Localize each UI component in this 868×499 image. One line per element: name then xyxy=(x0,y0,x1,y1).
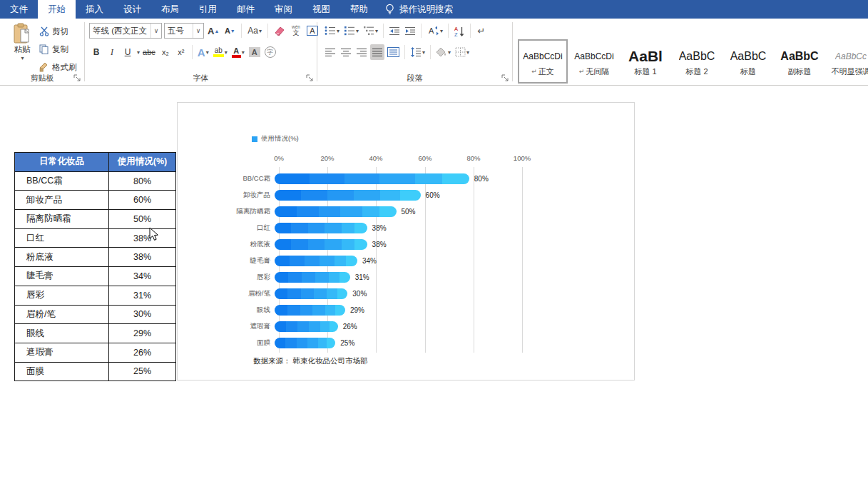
tab-file[interactable]: 文件 xyxy=(0,0,38,19)
bar[interactable] xyxy=(275,338,335,348)
grow-font-button[interactable]: A▲ xyxy=(206,23,220,39)
bar[interactable] xyxy=(275,206,397,217)
paste-dropdown-arrow[interactable]: ▾ xyxy=(21,55,24,61)
font-color-button[interactable]: A ▾ xyxy=(230,44,246,60)
tab-review[interactable]: 审阅 xyxy=(265,0,302,19)
font-size-combobox[interactable]: 五号 ∨ xyxy=(164,23,204,39)
cell-usage[interactable]: 26% xyxy=(109,343,176,362)
align-right-button[interactable] xyxy=(354,44,369,60)
tab-view[interactable]: 视图 xyxy=(302,0,340,19)
borders-button[interactable]: ▾ xyxy=(454,44,471,60)
highlight-button[interactable]: ab ▾ xyxy=(212,44,229,60)
underline-dropdown-arrow[interactable]: ▾ xyxy=(137,49,140,56)
enclose-characters-button[interactable]: 字 xyxy=(263,44,277,60)
show-hide-marks-button[interactable]: ↵ xyxy=(474,23,489,39)
cut-button[interactable]: 剪切 xyxy=(39,24,68,39)
style-card-no-spacing[interactable]: AaBbCcDi ↵无间隔 xyxy=(569,39,619,84)
character-shading-button[interactable]: A xyxy=(247,44,262,60)
bar[interactable] xyxy=(275,305,345,316)
table-row[interactable]: 粉底液38% xyxy=(15,248,176,267)
style-card-subtle-emphasis[interactable]: AaBbCc 不明显强调 xyxy=(826,39,868,84)
cell-product[interactable]: 睫毛膏 xyxy=(15,267,109,286)
font-name-combobox[interactable]: 等线 (西文正文 ∨ xyxy=(89,23,162,39)
table-row[interactable]: BB/CC霜80% xyxy=(15,171,176,191)
tab-design[interactable]: 设计 xyxy=(113,0,151,19)
asian-layout-button[interactable]: A ▾ xyxy=(425,23,444,39)
cell-product[interactable]: 卸妆产品 xyxy=(15,191,109,210)
cell-usage[interactable]: 38% xyxy=(109,228,176,248)
tab-mailings[interactable]: 邮件 xyxy=(227,0,265,19)
cell-usage[interactable]: 31% xyxy=(109,286,176,305)
justify-button[interactable] xyxy=(370,44,384,60)
cell-product[interactable]: 唇彩 xyxy=(15,286,109,305)
cell-usage[interactable]: 38% xyxy=(109,248,176,267)
bar[interactable] xyxy=(275,272,350,283)
bar[interactable] xyxy=(275,223,367,233)
shading-button[interactable]: ▾ xyxy=(434,44,452,60)
change-case-button[interactable]: Aa▾ xyxy=(246,23,263,39)
font-size-chevron-icon[interactable]: ∨ xyxy=(193,24,203,38)
cell-product[interactable]: 眉粉/笔 xyxy=(15,305,109,324)
decrease-indent-button[interactable] xyxy=(387,23,402,39)
cell-product[interactable]: 眼线 xyxy=(15,324,109,343)
font-name-chevron-icon[interactable]: ∨ xyxy=(150,24,161,38)
bullets-button[interactable]: ▾ xyxy=(323,23,341,39)
cell-usage[interactable]: 29% xyxy=(109,324,176,343)
underline-button[interactable]: U xyxy=(121,44,135,60)
table-row[interactable]: 卸妆产品60% xyxy=(15,191,176,210)
phonetic-guide-button[interactable]: wén 文 xyxy=(289,23,303,39)
numbering-button[interactable]: ▾ xyxy=(342,23,360,39)
table-row[interactable]: 唇彩31% xyxy=(15,286,176,305)
sort-button[interactable]: AZ xyxy=(452,23,466,39)
subscript-button[interactable]: x₂ xyxy=(158,44,173,60)
style-card-normal[interactable]: AaBbCcDi ↵正文 xyxy=(518,39,568,84)
cosmetics-table[interactable]: 日常化妆品 使用情况(%) BB/CC霜80% 卸妆产品60% 隔离防晒霜50%… xyxy=(14,152,176,381)
table-row[interactable]: 眼线29% xyxy=(15,324,176,343)
cell-product[interactable]: 口红 xyxy=(15,228,109,248)
cell-usage[interactable]: 60% xyxy=(109,191,176,210)
table-row[interactable]: 睫毛膏34% xyxy=(15,267,176,286)
bar[interactable] xyxy=(275,239,367,250)
bar[interactable] xyxy=(275,288,347,299)
document-canvas[interactable]: 日常化妆品 使用情况(%) BB/CC霜80% 卸妆产品60% 隔离防晒霜50%… xyxy=(0,86,868,499)
tab-help[interactable]: 帮助 xyxy=(340,0,378,19)
table-row[interactable]: 隔离防晒霜50% xyxy=(15,210,176,229)
cell-usage[interactable]: 80% xyxy=(109,171,176,191)
cell-usage[interactable]: 25% xyxy=(109,362,176,381)
tab-layout[interactable]: 布局 xyxy=(151,0,189,19)
cell-product[interactable]: BB/CC霜 xyxy=(15,171,109,191)
table-row[interactable]: 眉粉/笔30% xyxy=(15,305,176,324)
cell-product[interactable]: 遮瑕膏 xyxy=(15,343,109,362)
bar[interactable] xyxy=(275,173,469,184)
tell-me-search[interactable]: 操作说明搜索 xyxy=(385,0,453,19)
table-row[interactable]: 遮瑕膏26% xyxy=(15,343,176,362)
cell-usage[interactable]: 34% xyxy=(109,267,176,286)
text-effects-button[interactable]: A▾ xyxy=(196,44,210,60)
tab-references[interactable]: 引用 xyxy=(189,0,227,19)
style-card-subtitle[interactable]: AaBbC 副标题 xyxy=(775,39,824,84)
superscript-button[interactable]: x² xyxy=(174,44,188,60)
multilevel-list-button[interactable]: ▾ xyxy=(362,23,379,39)
bar[interactable] xyxy=(275,190,421,201)
usage-bar-chart[interactable]: 使用情况(%) 0% 20% 40% 60% 80% 100% BB/CC霜80… xyxy=(177,102,635,380)
bar[interactable] xyxy=(275,256,357,266)
cell-usage[interactable]: 50% xyxy=(109,210,176,229)
table-row[interactable]: 面膜25% xyxy=(15,362,176,381)
bold-button[interactable]: B xyxy=(89,44,103,60)
style-card-heading1[interactable]: AaBl 标题 1 xyxy=(621,39,670,84)
distributed-button[interactable] xyxy=(386,44,401,60)
style-card-heading2[interactable]: AaBbC 标题 2 xyxy=(672,39,722,84)
clipboard-dialog-launcher[interactable] xyxy=(73,74,81,82)
paragraph-dialog-launcher[interactable] xyxy=(501,74,509,82)
tab-home[interactable]: 开始 xyxy=(38,0,76,19)
style-card-title[interactable]: AaBbC 标题 xyxy=(723,39,773,84)
bar[interactable] xyxy=(275,321,338,332)
clear-formatting-button[interactable] xyxy=(272,23,287,39)
paste-button[interactable]: 粘贴 ▾ xyxy=(7,23,37,77)
tab-insert[interactable]: 插入 xyxy=(76,0,113,19)
align-center-button[interactable] xyxy=(339,44,353,60)
copy-button[interactable]: 复制 xyxy=(39,41,68,57)
cell-product[interactable]: 面膜 xyxy=(15,362,109,381)
line-spacing-button[interactable]: ▾ xyxy=(409,44,427,60)
strikethrough-button[interactable]: abc xyxy=(141,44,157,60)
